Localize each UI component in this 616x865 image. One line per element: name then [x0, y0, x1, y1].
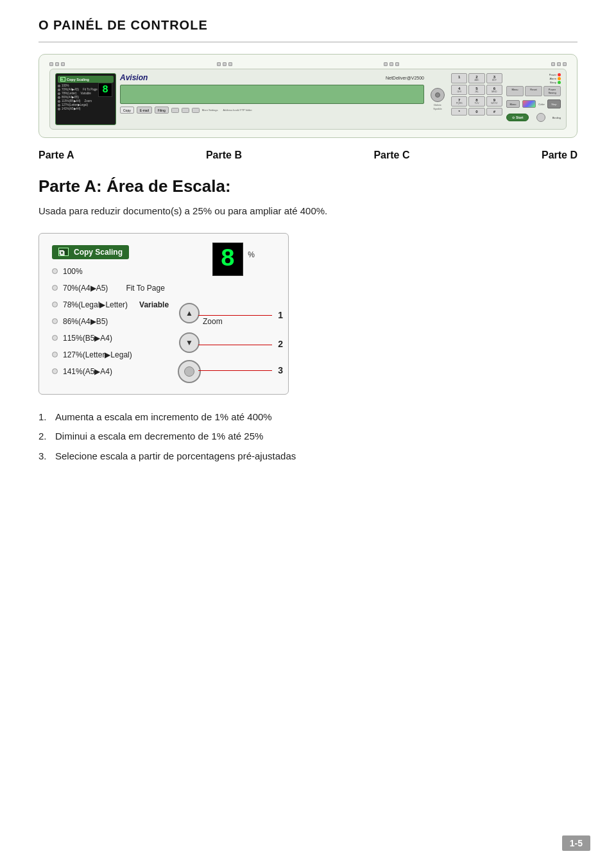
- indicator-dot: [223, 62, 227, 66]
- list-num-1: 1.: [38, 410, 50, 425]
- key-7[interactable]: 7PQRS: [451, 96, 467, 107]
- key-9[interactable]: 9WXYZ: [486, 96, 502, 107]
- indicator-group-c: [384, 62, 399, 66]
- part-a-scaling: ⧉ Copy Scaling 8 100% 70%(A4▶A5) Fit To …: [55, 73, 116, 125]
- list-item-2: 2. Diminui a escala em decremento de 1% …: [38, 429, 578, 444]
- scale-text-115: 115%(B5▶A4): [62, 99, 81, 103]
- scale-row-115: 115%(B5▶A4) Zoom: [58, 99, 114, 103]
- indicator-number-2: 2: [278, 339, 283, 349]
- menu-btn[interactable]: Menu: [506, 86, 524, 96]
- sleep-label: Sleep: [550, 81, 556, 84]
- scale-dot: [58, 85, 60, 87]
- list-text-3: Selecione escala a partir de porcentagen…: [55, 449, 296, 464]
- scale-dot: [58, 104, 60, 107]
- email-button[interactable]: E-mail: [137, 107, 152, 114]
- scale-text-big-127: 127%(Letter▶Legal): [63, 350, 132, 359]
- zoom-up-button[interactable]: ▲: [179, 303, 200, 323]
- indicator-group-a: [49, 62, 65, 66]
- indicator-dot: [557, 62, 561, 66]
- part-b-label: Parte B: [206, 150, 242, 161]
- alarm-label: Alarm: [550, 77, 556, 80]
- part-a-label: Parte A: [38, 150, 74, 161]
- scale-dot: [58, 96, 60, 99]
- list-text-1: Aumenta a escala em incremento de 1% até…: [55, 410, 272, 425]
- scale-row-big-78: 78%(Legal▶Letter) Variable: [52, 299, 275, 311]
- scaling-header: ⧉ Copy Scaling: [52, 245, 129, 259]
- key-5[interactable]: 5JKL: [468, 85, 484, 95]
- indicator-dot: [217, 62, 221, 66]
- key-3[interactable]: 3DEF: [486, 73, 502, 83]
- indicator-dot: [228, 62, 232, 66]
- printer-diagram: ⧉ Copy Scaling 8 100% 70%(A4▶A5) Fit To …: [38, 54, 578, 138]
- key-6[interactable]: 6MNO: [486, 85, 502, 95]
- brand-name: Avision: [120, 73, 148, 82]
- indicator-dot: [551, 62, 555, 66]
- copy-scaling-label: Copy Scaling: [67, 78, 89, 81]
- small-btn-3[interactable]: [192, 108, 200, 113]
- section-a-description: Usada para reduzir documento(s) a 25% ou…: [0, 196, 616, 219]
- scale-row-141: 141%(A5▶A4): [58, 107, 114, 110]
- key-8[interactable]: 8TUV: [468, 96, 484, 107]
- list-text-2: Diminui a escala em decremento de 1% até…: [55, 429, 263, 444]
- model-name: NetDeliver@V2500: [386, 76, 424, 80]
- reset-btn[interactable]: Reset: [525, 86, 542, 96]
- scale-text-big-var: Variable: [139, 300, 169, 309]
- scale-row-big-127: 127%(Letter▶Legal): [52, 349, 275, 361]
- nav-center[interactable]: [435, 92, 440, 98]
- copy-button[interactable]: Copy: [120, 107, 134, 114]
- scale-row-127: 127%(Letter▶Legal): [58, 103, 114, 107]
- indicator-dot: [389, 62, 393, 66]
- scale-dot: [58, 108, 60, 110]
- power-saving-btn[interactable]: Power Saving: [543, 86, 561, 96]
- part-d-label: Parte D: [542, 150, 578, 161]
- key-hash[interactable]: #: [486, 108, 502, 116]
- start-btn[interactable]: ⊙ Start: [506, 114, 529, 121]
- zoom-down-button[interactable]: ▼: [179, 332, 200, 353]
- indicator-line-1: [198, 315, 272, 316]
- zoom-label-text: Zoom: [203, 317, 223, 326]
- big-circle-button[interactable]: [178, 360, 201, 383]
- stop-btn[interactable]: Stop: [547, 99, 561, 108]
- key-4[interactable]: 4GHI: [451, 85, 467, 95]
- percent-sign: %: [248, 250, 255, 259]
- zoom-down-area: ▼: [179, 332, 200, 353]
- mono-color-row: Mono Color Stop: [506, 99, 561, 108]
- indicator-number-3: 3: [278, 365, 283, 375]
- small-btn-1[interactable]: [171, 108, 179, 113]
- small-btn-2[interactable]: [182, 108, 189, 113]
- scale-text-127: 127%(Letter▶Legal): [62, 103, 88, 107]
- scale-text-big-fit: Fit To Page: [126, 284, 164, 293]
- scale-dot-big: [52, 268, 58, 274]
- scale-row-big-86: 86%(A4▶B5): [52, 316, 275, 327]
- key-1[interactable]: 1: [451, 73, 467, 83]
- binding-btn[interactable]: [536, 113, 545, 122]
- delete-label: Delete: [434, 103, 441, 107]
- filing-button[interactable]: Filing: [155, 107, 169, 114]
- scale-dot-big: [52, 318, 58, 324]
- indicator-line-3: [198, 370, 272, 372]
- scale-text-big-70: 70%(A4▶A5): [63, 284, 108, 293]
- indicator-group-d: [551, 62, 567, 66]
- indicator-dot: [49, 62, 53, 66]
- scale-text-big-78: 78%(Legal▶Letter): [63, 300, 128, 309]
- copy-scaling-big-icon: ⧉: [58, 248, 69, 256]
- indicator-number-1: 1: [278, 310, 283, 320]
- status-lights: Power Alarm Sleep: [506, 73, 561, 84]
- key-star[interactable]: *: [451, 108, 467, 116]
- scale-dot: [58, 92, 60, 95]
- key-2[interactable]: 2ABC: [468, 73, 484, 83]
- scale-row-big-70: 70%(A4▶A5) Fit To Page: [52, 282, 275, 294]
- scale-text-100: 100%: [62, 84, 69, 87]
- nav-area: Delete Symble: [428, 73, 447, 125]
- scale-dot-big: [52, 335, 58, 341]
- scaling-diagram: ⧉ Copy Scaling 8 % 100% 70%(A4▶A5) Fit T…: [38, 233, 289, 395]
- scale-text-78: 78%(Letter): [62, 92, 77, 95]
- mono-btn[interactable]: Mono: [506, 100, 520, 108]
- color-btn[interactable]: [522, 100, 536, 108]
- indicator-dot: [563, 62, 567, 66]
- indicator-dot: [61, 62, 65, 66]
- nav-circle[interactable]: [431, 88, 445, 102]
- key-0[interactable]: 0: [468, 108, 484, 116]
- bottom-list: 1. Aumenta a escala em incremento de 1% …: [0, 395, 616, 464]
- big-digit-display: 8: [212, 243, 243, 276]
